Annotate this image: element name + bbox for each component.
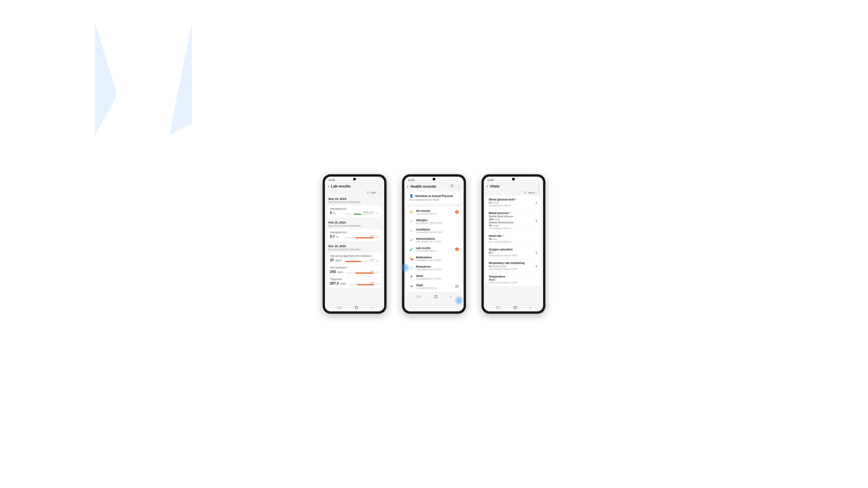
sort-label: Name [528, 191, 535, 194]
banner-title: Schedule an Annual Physical [415, 194, 453, 197]
vital-reading: 98.24 F [489, 279, 538, 281]
list-subtitle: Last updated: May 15 [416, 250, 453, 252]
page-title: Vitals [490, 184, 533, 188]
chart-icon[interactable] [376, 235, 379, 238]
header: ‹ Health records ⋮ [404, 182, 464, 191]
chart-icon[interactable] [376, 212, 379, 215]
screen-health-records: 12:45 ‹ Health records ⋮ 👤 Schedule an A… [404, 176, 464, 312]
warning-icon: ▲ [535, 219, 538, 222]
list-title: Allergies [416, 219, 459, 222]
lab-value: 37 mg/dL [330, 258, 343, 262]
nav-recent-icon[interactable]: ||| [337, 306, 342, 309]
back-icon[interactable]: ‹ [407, 184, 408, 189]
vital-item-heart-rate[interactable]: Heart rate•76 /minsLast measured: May 15 [486, 232, 541, 246]
vital-title: Respiratory rate monitoring [489, 261, 525, 264]
list-title: Medications [416, 256, 459, 259]
count-badge: 4 [455, 210, 459, 214]
lab-test-name: High-density lipoprotein (hdl) cholester… [330, 255, 379, 257]
section-provider: Bay Area Endocrine Specialists [327, 224, 382, 229]
vital-item-temperature[interactable]: Temperature98.24 FLast measured: May 14,… [486, 273, 541, 286]
back-icon[interactable]: ‹ [487, 184, 488, 188]
records-item-vitals[interactable]: ❤VitalsLast updated: May 155 [407, 282, 461, 291]
screen-vitals: 12:45 ‹ Vitals ⋮ ☰ Name | ↓ Blood glucos… [484, 176, 543, 312]
vital-meta: Last measured: May 15 [489, 204, 538, 207]
lab-value: 5.7 % [330, 234, 343, 238]
range-indicator: High [345, 270, 374, 273]
sort-row[interactable]: ☰ Date | ↑ [325, 190, 384, 196]
vital-item-blood-glucose-level[interactable]: Blood glucose level•5.7 mmol/LLast measu… [486, 196, 541, 209]
vital-reading: 5.7 mmol/L [489, 201, 538, 204]
section-date: May 15, 2024 [327, 196, 382, 201]
header: ‹ Vitals ⋮ [484, 182, 543, 190]
nav-home-icon[interactable] [514, 306, 517, 309]
lab-card[interactable]: Hemoglobin a1c5.7 %High [327, 229, 382, 241]
lab-row: 207.3 mg/dLHigh [330, 281, 379, 286]
nav-back-icon[interactable]: ‹ [450, 295, 451, 299]
nav-bar: ||| ‹ [325, 303, 384, 312]
filter-icon[interactable]: ☰ [367, 191, 369, 194]
range-indicator: Healthy range [345, 211, 374, 215]
chart-icon[interactable] [376, 282, 379, 285]
more-icon[interactable]: ⋮ [378, 184, 381, 188]
phone-health-records: 12:45 ‹ Health records ⋮ 👤 Schedule an A… [402, 174, 466, 314]
lab-card[interactable]: Hemoglobin a1c5 %Healthy range [327, 205, 382, 217]
chart-icon[interactable] [376, 270, 379, 273]
vital-meta: Last measured: May 14, 2023 [489, 281, 538, 284]
records-item-immunizations[interactable]: 💉ImmunizationsLast updated: Jul 11, 2023 [407, 235, 461, 245]
lab-row: 5.7 %High [330, 234, 379, 238]
filter-icon[interactable]: ☰ [524, 191, 526, 194]
nav-back-icon[interactable]: ‹ [529, 305, 531, 310]
category-icon: 🧪 [409, 247, 413, 251]
nav-back-icon[interactable]: ‹ [371, 305, 372, 310]
svg-marker-3 [170, 23, 192, 135]
nav-home-icon[interactable] [434, 295, 437, 298]
lab-card[interactable]: High-density lipoprotein (hdl) cholester… [327, 252, 382, 288]
lab-value: 243 mg/dL [330, 270, 343, 274]
list-subtitle: Last updated: May 15 [416, 213, 453, 215]
camera-cutout [353, 178, 356, 181]
records-item-visits[interactable]: 📍VisitsLast updated: Jul 11, 2023 [407, 272, 461, 282]
records-item-all-records[interactable]: 📁All recordsLast updated: May 154 [407, 207, 461, 217]
category-icon: 📍 [409, 275, 413, 279]
vitals-card: Blood glucose level•5.7 mmol/LLast measu… [486, 196, 541, 286]
section-provider: Bay Area Endocrine Specialists [327, 201, 382, 205]
section-date: Feb 15, 2024 [327, 219, 382, 224]
nav-recent-icon[interactable]: ||| [496, 306, 501, 309]
vital-item-oxygen-saturation[interactable]: Oxygen saturation91 %Last measured: May … [486, 246, 541, 259]
back-icon[interactable]: ‹ [328, 184, 329, 188]
records-item-procedures[interactable]: 📄ProceduresLast updated: Jul 11, 2023 [407, 263, 461, 272]
vital-item-blood-pressure[interactable]: Blood pressure•Systolic blood pressure11… [486, 209, 541, 232]
nav-recent-icon[interactable]: ||| [417, 295, 422, 298]
records-item-lab-results[interactable]: 🧪Lab resultsLast updated: May 151 [407, 245, 461, 254]
range-indicator: Low [345, 259, 374, 262]
header: ‹ Lab results ⋮ [325, 182, 384, 190]
count-badge: 5 [455, 285, 459, 288]
phone-vitals: 12:45 ‹ Vitals ⋮ ☰ Name | ↓ Blood glucos… [482, 174, 546, 314]
more-icon[interactable]: ⋮ [458, 184, 461, 189]
more-icon[interactable]: ⋮ [537, 184, 540, 188]
schedule-banner[interactable]: 👤 Schedule an Annual Physical Get a base… [407, 191, 461, 204]
page-title: Health records [410, 184, 447, 189]
records-item-conditions[interactable]: ⚕ConditionsLast updated: Feb 10, 2023 [407, 226, 461, 235]
sort-direction-icon[interactable]: ↑ [379, 191, 381, 194]
camera-cutout [433, 178, 435, 181]
list-subtitle: Last updated: Jul 11, 2023 [416, 259, 459, 261]
list-title: Conditions [416, 228, 459, 231]
vital-title: Temperature [489, 275, 505, 278]
search-icon[interactable] [451, 184, 454, 189]
nav-home-icon[interactable] [355, 306, 358, 309]
warning-icon: ▲ [535, 264, 538, 267]
sort-direction-icon[interactable]: ↓ [538, 191, 539, 194]
vital-item-respiratory-rate-monitoring[interactable]: Respiratory rate monitoring11 breaths/mi… [486, 259, 541, 273]
records-item-medications[interactable]: 💊MedicationsLast updated: Jul 11, 2023 [407, 254, 461, 263]
list-subtitle: Last updated: Feb 10, 2023 [416, 231, 459, 233]
vital-title: Oxygen saturation [489, 248, 513, 251]
records-item-allergies[interactable]: ☀AllergiesLast updated: Feb 10, 2023 [407, 217, 461, 226]
category-icon: ⚕ [409, 229, 413, 233]
vital-reading: 91 % [489, 251, 538, 254]
list-title: Lab results [416, 247, 453, 250]
sort-row[interactable]: ☰ Name | ↓ [484, 190, 543, 196]
lab-value: 207.3 mg/dL [330, 281, 346, 286]
screen-lab-results: 12:45 ‹ Lab results ⋮ ☰ Date | ↑ May 15,… [325, 176, 384, 312]
chart-icon[interactable] [376, 259, 379, 262]
